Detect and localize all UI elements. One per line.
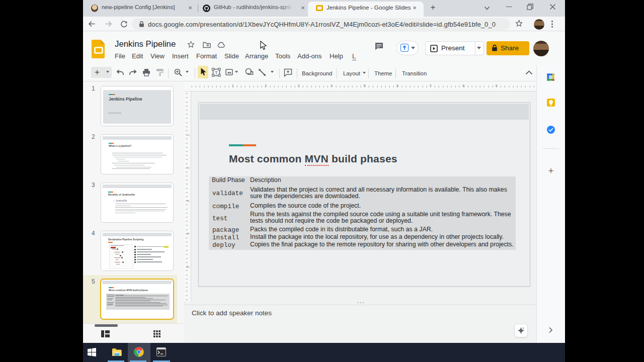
svg-text:31: 31 [549,75,553,79]
svg-text:T: T [215,70,218,75]
